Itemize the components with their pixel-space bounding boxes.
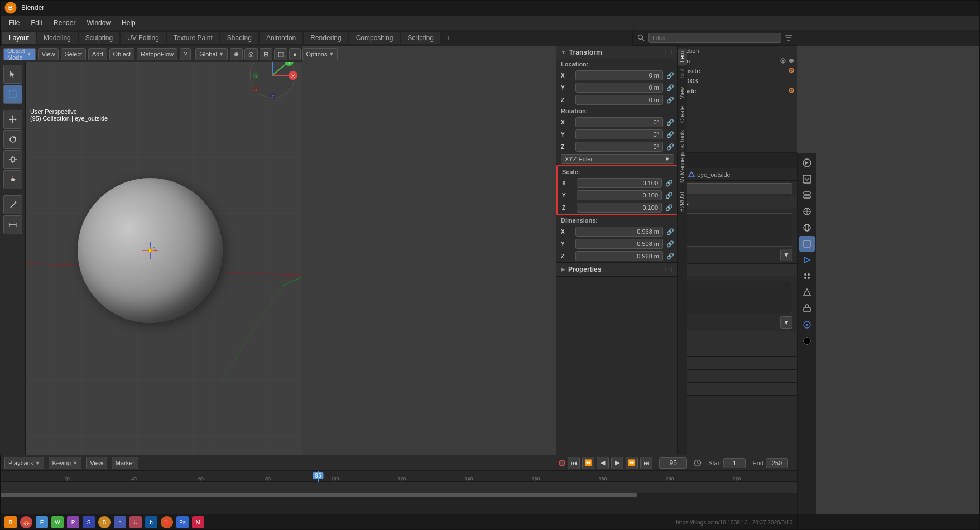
snap-btn[interactable]: ⊕ — [230, 48, 243, 60]
transform-tool-btn[interactable] — [3, 170, 22, 189]
app-icon-9[interactable]: 🔴 — [161, 516, 173, 528]
mode-dropdown[interactable]: Object Mode ▼ — [3, 48, 36, 60]
app-icon-2[interactable]: W — [51, 516, 64, 528]
keying-dropdown[interactable]: Keying ▼ — [49, 457, 82, 469]
marker-btn[interactable]: Marker — [112, 457, 138, 469]
prop-icon-material[interactable] — [799, 333, 815, 349]
sk-collapse-btn[interactable]: ▼ — [780, 316, 792, 329]
n-panel-tab-item[interactable]: Item — [678, 48, 687, 65]
object-menu-btn[interactable]: Object — [109, 48, 135, 60]
retopoflow-btn[interactable]: RetopoFlow — [137, 48, 177, 60]
overlay-btn[interactable]: ⊞ — [260, 48, 272, 60]
menu-edit[interactable]: Edit — [26, 18, 47, 28]
location-z-lock-icon[interactable]: 🔗 — [666, 96, 674, 104]
collection-render-icon[interactable] — [788, 57, 795, 64]
app-icon-7[interactable]: U — [129, 516, 142, 528]
app-icon-6[interactable]: n — [114, 516, 126, 528]
timeline-scrollbar-thumb[interactable] — [0, 493, 637, 497]
rotation-x-lock-icon[interactable]: 🔗 — [666, 118, 674, 126]
location-x-input[interactable] — [575, 70, 663, 80]
view-menu-btn[interactable]: View — [38, 48, 59, 60]
rotation-x-input[interactable] — [575, 117, 663, 127]
tab-layout[interactable]: Layout — [2, 32, 36, 44]
tab-rendering[interactable]: Rendering — [304, 32, 348, 44]
tab-animation[interactable]: Animation — [260, 32, 302, 44]
jump-start-btn[interactable]: ⏮ — [568, 457, 580, 469]
n-panel-tab-tool[interactable]: Tool — [678, 66, 687, 83]
blender-taskbar-icon[interactable]: B — [4, 516, 17, 528]
app-icon-1[interactable]: E — [36, 516, 48, 528]
timeline-scrollbar[interactable] — [0, 493, 797, 497]
dim-z-lock-icon[interactable]: 🔗 — [666, 252, 674, 260]
location-x-lock-icon[interactable]: 🔗 — [666, 71, 674, 79]
tab-scripting[interactable]: Scripting — [401, 32, 440, 44]
menu-help[interactable]: Help — [117, 18, 140, 28]
record-btn[interactable] — [559, 460, 565, 466]
dim-y-lock-icon[interactable]: 🔗 — [666, 240, 674, 248]
location-y-lock-icon[interactable]: 🔗 — [666, 84, 674, 91]
solid-view-btn[interactable]: ● — [289, 48, 301, 60]
tab-add[interactable]: + — [441, 31, 455, 45]
dim-x-input[interactable] — [575, 227, 663, 237]
step-back-btn[interactable]: ⏪ — [582, 457, 594, 469]
scale-tool-btn[interactable] — [3, 150, 22, 169]
app-icon-11[interactable]: M — [192, 516, 204, 528]
outliner-filter-icon[interactable] — [785, 34, 792, 42]
jump-end-btn[interactable]: ⏭ — [640, 457, 652, 469]
dim-x-lock-icon[interactable]: 🔗 — [666, 228, 674, 235]
select-box-tool-btn[interactable] — [3, 85, 22, 104]
scale-y-lock-icon[interactable]: 🔗 — [665, 191, 673, 199]
menu-file[interactable]: File — [4, 18, 24, 28]
n-panel-tab-create[interactable]: Create — [678, 103, 687, 126]
rotation-z-lock-icon[interactable]: 🔗 — [666, 143, 674, 151]
prop-icon-data[interactable] — [799, 317, 815, 333]
dim-y-input[interactable] — [575, 239, 663, 249]
app-icon-3[interactable]: P — [67, 516, 79, 528]
scale-x-input[interactable] — [577, 178, 662, 188]
prop-icon-scene[interactable] — [799, 204, 815, 219]
prop-icon-object[interactable] — [799, 236, 815, 252]
location-z-input[interactable] — [575, 95, 663, 105]
step-forward-btn[interactable]: ⏩ — [626, 457, 638, 469]
prop-icon-world[interactable] — [799, 220, 815, 235]
add-menu-btn[interactable]: Add — [88, 48, 107, 60]
vg-collapse-btn[interactable]: ▼ — [780, 249, 792, 261]
app-icon-4[interactable]: S — [83, 516, 95, 528]
prop-icon-view-layer[interactable] — [799, 187, 815, 203]
tab-compositing[interactable]: Compositing — [349, 32, 400, 44]
tab-shading[interactable]: Shading — [220, 32, 258, 44]
scale-z-lock-icon[interactable]: 🔗 — [665, 204, 673, 211]
outliner-search-input[interactable] — [648, 33, 781, 43]
scale-y-input[interactable] — [577, 190, 662, 200]
rotation-mode-dropdown[interactable]: XYZ Euler ▼ — [561, 154, 674, 164]
timeline-ruler[interactable]: 0 20 40 60 80 95 100 120 140 160 180 200… — [0, 471, 797, 497]
rotation-z-input[interactable] — [575, 142, 663, 152]
n-panel-tab-view[interactable]: View — [678, 84, 687, 103]
proportional-btn[interactable]: ◎ — [244, 48, 258, 60]
play-btn[interactable]: ▶ — [611, 457, 623, 469]
tab-texture-paint[interactable]: Texture Paint — [167, 32, 219, 44]
firefox-icon[interactable]: 🦊 — [20, 516, 32, 528]
prop-icon-particles[interactable] — [799, 268, 815, 284]
play-back-btn[interactable]: ◀ — [597, 457, 609, 469]
options-btn[interactable]: Options ▼ — [302, 48, 338, 60]
rotation-y-input[interactable] — [575, 129, 663, 139]
prop-icon-constraints[interactable] — [799, 301, 815, 316]
transform-section-header[interactable]: ▼ Transform ⋮⋮ — [556, 46, 679, 59]
location-y-input[interactable] — [575, 83, 663, 93]
collection-visibility-icon[interactable] — [780, 57, 786, 64]
xray-btn[interactable]: ◫ — [274, 48, 287, 60]
properties-section-header[interactable]: ▶ Properties ⋮⋮ — [556, 263, 679, 276]
help-btn[interactable]: ? — [180, 48, 191, 60]
start-frame-input[interactable] — [723, 458, 746, 468]
prop-icon-render[interactable] — [799, 155, 815, 171]
tab-sculpting[interactable]: Sculpting — [79, 32, 119, 44]
cursor-tool-btn[interactable] — [3, 65, 22, 84]
select-menu-btn[interactable]: Select — [61, 48, 86, 60]
pivot-dropdown[interactable]: Global ▼ — [195, 48, 228, 60]
viewport-3d[interactable]: Y Z X -X -Y -Z User Perspective (95) Col… — [26, 46, 302, 455]
tab-modeling[interactable]: Modeling — [37, 32, 78, 44]
end-frame-input[interactable] — [766, 458, 788, 468]
current-frame-input[interactable] — [659, 457, 687, 469]
prop-icon-output[interactable] — [799, 171, 815, 187]
